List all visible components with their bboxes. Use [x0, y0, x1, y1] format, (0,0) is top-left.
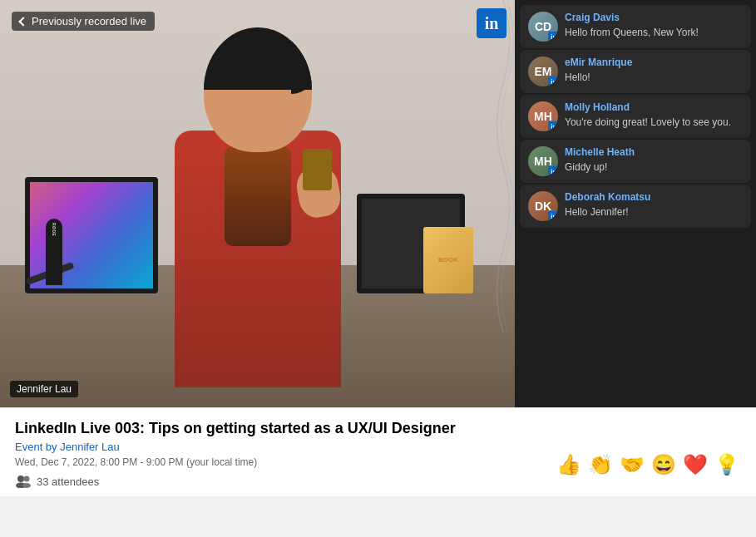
comment-avatar-michelle: MH in: [528, 146, 558, 176]
reaction-emoji-5[interactable]: 💡: [714, 453, 739, 476]
comment-name-molly[interactable]: Molly Holland: [565, 101, 743, 113]
comment-text-craig: Hello from Queens, New York!: [565, 26, 743, 40]
comment-molly: MH in Molly Holland You're doing great! …: [520, 95, 751, 138]
reaction-emoji-1[interactable]: 👏: [588, 453, 613, 476]
linkedin-badge: in: [548, 76, 558, 86]
attendees-icon: [15, 475, 32, 488]
comment-avatar-craig: CD in: [528, 12, 558, 42]
svg-point-1: [24, 476, 30, 482]
speaker-name-badge: Jennifer Lau: [10, 381, 78, 397]
comment-text-emir: Hello!: [565, 71, 743, 85]
speaker-name-text: Jennifer Lau: [17, 383, 72, 395]
event-info-section: LinkedIn Live 003: Tips on getting start…: [0, 407, 756, 496]
linkedin-badge: in: [548, 166, 558, 176]
comment-text-deborah: Hello Jennifer!: [565, 205, 743, 219]
comment-name-deborah[interactable]: Deborah Komatsu: [565, 191, 743, 203]
back-chevron-icon: [18, 17, 27, 26]
comment-deborah: DK in Deborah Komatsu Hello Jennifer!: [520, 185, 751, 228]
linkedin-badge: in: [548, 32, 558, 42]
event-title: LinkedIn Live 003: Tips on getting start…: [15, 420, 741, 437]
reaction-emoji-0[interactable]: 👍: [556, 453, 581, 476]
linkedin-in-text: in: [485, 14, 499, 33]
comment-michelle: MH in Michelle Heath Giddy up!: [520, 140, 751, 183]
recorded-badge: Previously recorded live: [12, 12, 155, 31]
recorded-badge-text: Previously recorded live: [32, 15, 146, 27]
attendees-count: 33 attendees: [37, 475, 99, 488]
svg-point-0: [17, 475, 24, 482]
event-organizer[interactable]: Event by Jennifer Lau: [15, 441, 741, 453]
comment-avatar-emir: EM in: [528, 57, 558, 86]
linkedin-badge: in: [548, 121, 558, 131]
linkedin-logo: in: [477, 8, 506, 38]
linkedin-badge: in: [548, 211, 558, 221]
reaction-emoji-4[interactable]: ❤️: [683, 453, 708, 476]
comment-text-michelle: Giddy up!: [565, 160, 743, 175]
reaction-bar[interactable]: 👍👏🤝😄❤️💡: [556, 453, 739, 476]
comments-panel: CD in Craig Davis Hello from Queens, New…: [515, 0, 756, 407]
video-player[interactable]: RØDE BOOK Previou: [0, 0, 515, 407]
comment-text-molly: You're doing great! Lovely to see you.: [565, 116, 743, 130]
svg-point-3: [22, 483, 31, 488]
comment-name-craig[interactable]: Craig Davis: [565, 12, 743, 23]
reaction-emoji-3[interactable]: 😄: [651, 453, 676, 476]
comment-avatar-deborah: DK in: [528, 191, 558, 221]
event-attendees: 33 attendees: [15, 475, 741, 488]
comment-emir: EM in eMir Manrique Hello!: [520, 50, 751, 93]
comment-name-emir[interactable]: eMir Manrique: [565, 57, 743, 68]
reaction-emoji-2[interactable]: 🤝: [620, 453, 645, 476]
comment-avatar-molly: MH in: [528, 101, 558, 131]
video-section: RØDE BOOK Previou: [0, 0, 756, 407]
comment-name-michelle[interactable]: Michelle Heath: [565, 146, 743, 158]
comment-craig: CD in Craig Davis Hello from Queens, New…: [520, 5, 751, 48]
